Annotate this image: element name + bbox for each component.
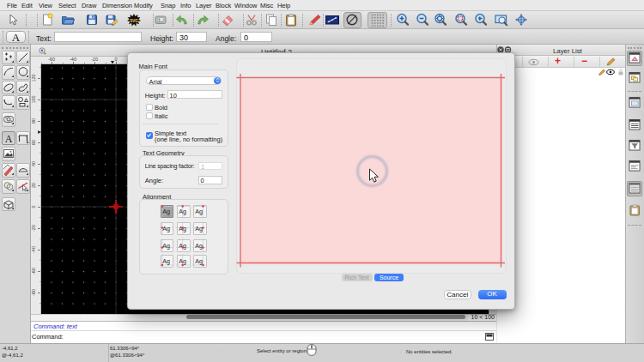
svg-text:Ag: Ag xyxy=(162,241,170,249)
svg-text:Ag: Ag xyxy=(179,256,186,264)
svg-text:Ag: Ag xyxy=(162,224,170,232)
svg-text:Ag: Ag xyxy=(162,208,170,215)
svg-text:Ag: Ag xyxy=(162,256,170,264)
svg-text:Ag: Ag xyxy=(195,256,203,264)
svg-text:SVG: SVG xyxy=(130,19,138,23)
svg-text:Ag: Ag xyxy=(195,224,203,232)
svg-text:A: A xyxy=(4,132,12,144)
svg-text:Ag: Ag xyxy=(179,208,186,215)
svg-text:Ag: Ag xyxy=(195,208,203,215)
svg-text:Ag: Ag xyxy=(195,241,203,249)
